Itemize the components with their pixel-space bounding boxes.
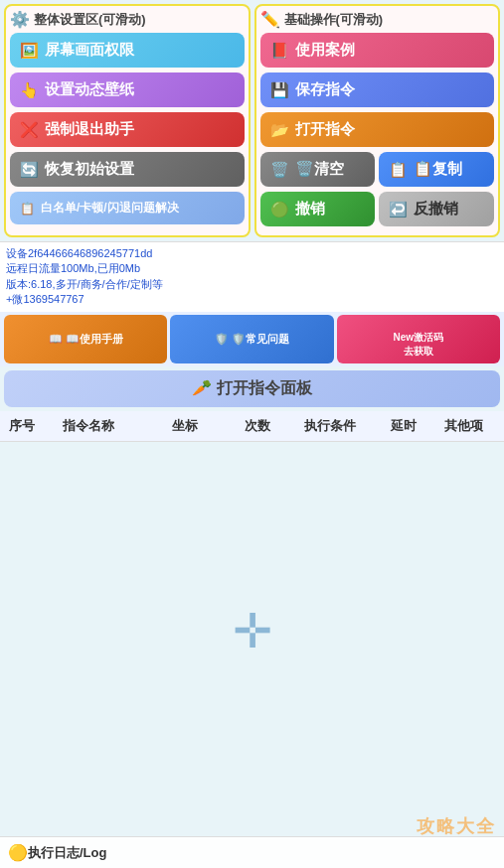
col-header-coord: 坐标 [136, 417, 233, 435]
log-icon: 🟡 [8, 843, 28, 862]
save-icon: 💾 [270, 81, 289, 99]
contact-info: +微1369547767 [6, 292, 498, 307]
device-id: 设备2f64466646896245771dd [6, 246, 498, 261]
manual-button[interactable]: 📖 📖使用手册 [4, 315, 167, 363]
undo-icon: 🟢 [270, 201, 289, 218]
vip-label: New激活码去获取 [394, 332, 444, 357]
clear-button[interactable]: 🗑️ 🗑️清空 [260, 152, 376, 187]
col-header-count: 次数 [234, 417, 282, 435]
bottom-bar[interactable]: 🟡 执行日志/Log [0, 836, 504, 868]
redo-button[interactable]: ↩️ 反撤销 [379, 192, 494, 226]
screen-icon: 🖼️ [20, 42, 39, 60]
wallpaper-button[interactable]: 👆 设置动态壁纸 [10, 72, 245, 107]
wallpaper-icon: 👆 [20, 81, 39, 99]
undo-button[interactable]: 🟢 撤销 [260, 192, 376, 226]
save-command-button[interactable]: 💾 保存指令 [260, 72, 495, 107]
use-case-icon: 📕 [270, 42, 289, 60]
manual-icon: 📖 [49, 333, 63, 345]
col-header-num: 序号 [4, 417, 40, 435]
operations-icon: ✏️ [260, 10, 280, 29]
left-settings-panel: ⚙️ 整体设置区(可滑动) 🖼️ 屏幕画面权限 👆 设置动态壁纸 ❌ 强制退出助… [4, 4, 251, 237]
whitelist-icon: 📋 [20, 202, 35, 216]
left-panel-title: 整体设置区(可滑动) [34, 11, 146, 29]
whitelist-button[interactable]: 📋 白名单/卡顿/闪退问题解决 [10, 192, 245, 224]
log-label: 执行日志/Log [28, 844, 496, 862]
force-exit-button[interactable]: ❌ 强制退出助手 [10, 112, 245, 147]
use-case-button[interactable]: 📕 使用案例 [260, 33, 495, 68]
table-header: 序号 指令名称 坐标 次数 执行条件 延时 其他项 [0, 411, 504, 442]
col-header-delay: 延时 [379, 417, 427, 435]
settings-icon: ⚙️ [10, 10, 30, 29]
screen-permission-button[interactable]: 🖼️ 屏幕画面权限 [10, 33, 245, 68]
open-command-button[interactable]: 📂 打开指令 [260, 112, 495, 147]
traffic-info: 远程日流量100Mb,已用0Mb [6, 261, 498, 276]
exit-icon: ❌ [20, 121, 39, 139]
faq-icon: 🛡️ [215, 333, 229, 345]
version-info: 版本:6.18,多开/商务/合作/定制等 [6, 277, 498, 292]
watermark: 攻略大全 [417, 814, 496, 838]
col-header-other: 其他项 [427, 417, 500, 435]
panel-icon: 🥕 [192, 379, 212, 396]
main-canvas[interactable]: ✛ [0, 442, 504, 819]
clear-icon: 🗑️ [270, 161, 289, 179]
crosshair-icon: ✛ [233, 603, 272, 658]
reset-button[interactable]: 🔄 恢复初始设置 [10, 152, 245, 187]
tool-buttons-row: 📖 📖使用手册 🛡️ 🛡️常见问题 New激活码去获取 [0, 312, 504, 366]
copy-icon: 📋 [389, 161, 408, 179]
copy-button[interactable]: 📋 📋复制 [379, 152, 494, 187]
col-header-cond: 执行条件 [282, 417, 379, 435]
info-section: 设备2f64466646896245771dd 远程日流量100Mb,已用0Mb… [0, 241, 504, 312]
right-operations-panel: ✏️ 基础操作(可滑动) 📕 使用案例 💾 保存指令 📂 打开指令 🗑️ 🗑️清… [254, 4, 501, 237]
open-panel-button[interactable]: 🥕 打开指令面板 [4, 370, 500, 407]
redo-icon: ↩️ [389, 201, 408, 218]
left-panel-header: ⚙️ 整体设置区(可滑动) [10, 10, 245, 29]
right-panel-title: 基础操作(可滑动) [284, 11, 384, 29]
vip-button[interactable]: New激活码去获取 [337, 315, 500, 363]
col-header-name: 指令名称 [40, 417, 136, 435]
right-panel-header: ✏️ 基础操作(可滑动) [260, 10, 495, 29]
open-icon: 📂 [270, 121, 289, 139]
reset-icon: 🔄 [20, 161, 39, 179]
faq-button[interactable]: 🛡️ 🛡️常见问题 [170, 315, 333, 363]
